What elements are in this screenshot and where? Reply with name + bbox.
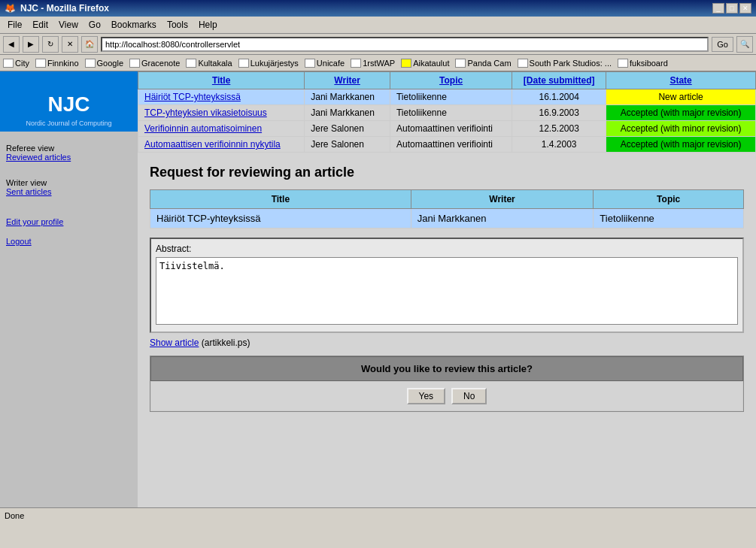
menu-bookmarks[interactable]: Bookmarks xyxy=(107,18,161,32)
article-topic-cell: Automaattinen verifiointi xyxy=(390,137,512,153)
bookmark-icon xyxy=(85,59,96,68)
bookmark-lukujarjestys[interactable]: Lukujärjestys xyxy=(238,59,299,68)
review-article-writer: Jani Markkanen xyxy=(411,209,594,229)
back-button[interactable]: ◀ xyxy=(3,36,20,53)
titlebar: 🦊 NJC - Mozilla Firefox _ □ ✕ xyxy=(0,0,756,17)
menu-help[interactable]: Help xyxy=(194,18,222,32)
menu-tools[interactable]: Tools xyxy=(162,18,193,32)
logo-subtitle: Nordic Journal of Computing xyxy=(26,120,111,127)
stop-button[interactable]: ✕ xyxy=(62,36,78,53)
bookmarks-bar: City Finnkino Google Gracenote Kultakala… xyxy=(0,55,756,71)
referee-label: Referee view xyxy=(6,144,132,153)
home-button[interactable]: 🏠 xyxy=(81,36,98,53)
bookmark-fuksiboard[interactable]: fuksiboard xyxy=(618,59,668,68)
bookmark-icon xyxy=(305,59,315,68)
window-controls[interactable]: _ □ ✕ xyxy=(712,3,751,14)
article-topic-cell: Tietoliikenne xyxy=(390,89,512,105)
table-row[interactable]: Automaattisen verifioinnin nykytila Jere… xyxy=(138,137,756,153)
reload-button[interactable]: ↻ xyxy=(42,36,59,53)
article-title-cell: Verifioinnin automatisoiminen xyxy=(138,121,305,137)
review-article-topic: Tietoliikenne xyxy=(594,209,744,229)
article-writer-cell: Jani Markkanen xyxy=(305,89,390,105)
article-state-cell: Accepted (with major revision) xyxy=(606,105,756,121)
article-title-cell: Häiriöt TCP-yhteyksissä xyxy=(138,89,305,105)
articles-table-wrapper: Title Writer Topic [Date submitted] Stat… xyxy=(138,71,756,153)
article-writer-cell: Jani Markkanen xyxy=(305,105,390,121)
logout-link[interactable]: Logout xyxy=(6,237,132,246)
abstract-label: Abstract: xyxy=(156,244,738,254)
statusbar: Done xyxy=(0,507,756,522)
bookmark-icon xyxy=(351,59,361,68)
bookmark-finnkino[interactable]: Finnkino xyxy=(35,59,79,68)
review-col-writer: Writer xyxy=(411,190,594,209)
yes-button[interactable]: Yes xyxy=(407,388,446,404)
article-state-cell: New article xyxy=(606,89,756,105)
main-container: NJC Nordic Journal of Computing Referee … xyxy=(0,71,756,507)
bookmark-gracenote[interactable]: Gracenote xyxy=(129,59,180,68)
window-title: 🦊 NJC - Mozilla Firefox xyxy=(5,3,109,14)
article-title-link[interactable]: TCP-yhteyksien vikasietoisuus xyxy=(144,107,267,118)
bookmark-icon xyxy=(35,59,46,68)
forward-button[interactable]: ▶ xyxy=(23,36,39,53)
review-question-block: Would you like to review this article? Y… xyxy=(150,356,744,412)
review-article-table: Title Writer Topic Häiriöt TCP-yhteyksis… xyxy=(150,189,744,229)
bookmark-aikataulut[interactable]: Aikataulut xyxy=(401,59,449,68)
article-writer-cell: Jere Salonen xyxy=(305,121,390,137)
bookmark-icon xyxy=(401,59,411,68)
close-button[interactable]: ✕ xyxy=(739,3,751,14)
logo-text: NJC xyxy=(47,92,90,117)
search-button[interactable]: 🔍 xyxy=(736,36,753,53)
address-bar[interactable] xyxy=(101,37,709,52)
review-article-row: Häiriöt TCP-yhteyksissä Jani Markkanen T… xyxy=(150,209,744,229)
bookmark-pandacam[interactable]: Panda Cam xyxy=(455,59,511,68)
edit-profile-link[interactable]: Edit your profile xyxy=(6,217,132,226)
article-writer-cell: Jere Salonen xyxy=(305,137,390,153)
article-title-link[interactable]: Automaattisen verifioinnin nykytila xyxy=(144,139,281,150)
abstract-section: Abstract: Tiivistelmä. xyxy=(150,238,744,333)
sent-articles-link[interactable]: Sent articles xyxy=(6,187,132,196)
table-row[interactable]: TCP-yhteyksien vikasietoisuus Jani Markk… xyxy=(138,105,756,121)
sidebar: NJC Nordic Journal of Computing Referee … xyxy=(0,71,138,507)
table-row[interactable]: Verifioinnin automatisoiminen Jere Salon… xyxy=(138,121,756,137)
minimize-button[interactable]: _ xyxy=(712,3,724,14)
article-title-link[interactable]: Häiriöt TCP-yhteyksissä xyxy=(144,92,241,102)
col-state[interactable]: State xyxy=(606,72,756,89)
bookmark-google[interactable]: Google xyxy=(85,59,123,68)
bookmark-city[interactable]: City xyxy=(3,59,29,68)
review-col-topic: Topic xyxy=(594,190,744,209)
col-title[interactable]: Title xyxy=(138,72,305,89)
menu-view[interactable]: View xyxy=(54,18,83,32)
review-question-bar: Would you like to review this article? xyxy=(150,356,743,381)
menu-go[interactable]: Go xyxy=(84,18,105,32)
bookmark-kultakala[interactable]: Kultakala xyxy=(186,59,232,68)
no-button[interactable]: No xyxy=(451,388,487,404)
sidebar-logo: NJC Nordic Journal of Computing xyxy=(0,71,138,132)
table-row[interactable]: Häiriöt TCP-yhteyksissä Jani Markkanen T… xyxy=(138,89,756,105)
article-title-link[interactable]: Verifioinnin automatisoiminen xyxy=(144,123,262,134)
content-area: Title Writer Topic [Date submitted] Stat… xyxy=(138,71,756,507)
maximize-button[interactable]: □ xyxy=(726,3,738,14)
abstract-textarea[interactable]: Tiivistelmä. xyxy=(156,257,738,325)
show-article-link[interactable]: Show article xyxy=(150,338,199,348)
menu-file[interactable]: File xyxy=(3,18,26,32)
col-date[interactable]: [Date submitted] xyxy=(512,72,606,89)
bookmark-icon xyxy=(129,59,140,68)
menu-edit[interactable]: Edit xyxy=(28,18,53,32)
bookmark-southpark[interactable]: South Park Studios: ... xyxy=(518,59,612,68)
sidebar-nav: Referee view Reviewed articles Writer vi… xyxy=(0,132,138,252)
bookmark-icon xyxy=(186,59,196,68)
article-date-cell: 16.1.2004 xyxy=(512,89,606,105)
go-button[interactable]: Go xyxy=(712,37,733,52)
bookmark-unicafe[interactable]: Unicafe xyxy=(305,59,345,68)
review-article-title: Häiriöt TCP-yhteyksissä xyxy=(150,209,411,229)
reviewed-articles-link[interactable]: Reviewed articles xyxy=(6,153,132,162)
show-article-row: Show article (artikkeli.ps) xyxy=(150,338,744,348)
col-writer[interactable]: Writer xyxy=(305,72,390,89)
article-date-cell: 12.5.2003 xyxy=(512,121,606,137)
article-topic-cell: Automaattinen verifiointi xyxy=(390,121,512,137)
bookmark-1rstwap[interactable]: 1rstWAP xyxy=(351,59,395,68)
articles-table: Title Writer Topic [Date submitted] Stat… xyxy=(138,71,756,153)
col-topic[interactable]: Topic xyxy=(390,72,512,89)
article-title-cell: Automaattisen verifioinnin nykytila xyxy=(138,137,305,153)
status-text: Done xyxy=(5,511,24,520)
